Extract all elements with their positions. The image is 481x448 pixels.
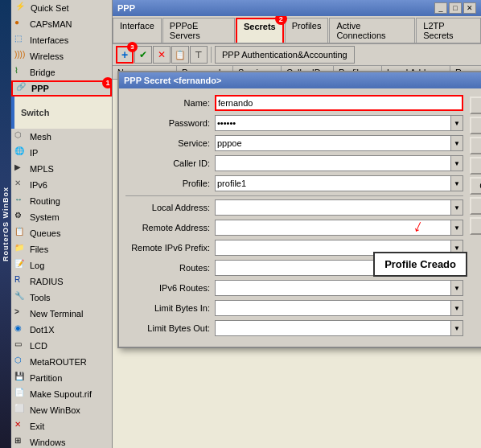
ipv6-routes-field-row: IPv6 Routes: ▼ xyxy=(125,280,463,296)
sidebar-item-bridge[interactable]: ⌇ Bridge xyxy=(11,64,112,80)
tab-l2tp-secrets[interactable]: L2TP Secrets xyxy=(416,18,481,43)
ipv6-routes-label: IPv6 Routes: xyxy=(125,283,210,293)
sidebar-item-mpls[interactable]: ▶ MPLS xyxy=(11,161,112,177)
ppp-minimize-btn[interactable]: _ xyxy=(434,2,447,14)
sidebar-item-log[interactable]: 📝 Log xyxy=(11,257,112,273)
quick-set-icon: ⚡ xyxy=(15,2,28,14)
caller-id-label: Caller ID: xyxy=(125,158,210,168)
disable-button[interactable]: Disable xyxy=(470,157,481,175)
password-toggle-btn[interactable]: ▼ xyxy=(450,115,463,131)
sidebar-item-capsman[interactable]: ● CAPsMAN xyxy=(11,16,112,32)
tab-interface[interactable]: Interface xyxy=(113,18,162,43)
profile-field-row: Profile: ▼ xyxy=(125,175,463,191)
caller-id-dropdown-btn[interactable]: ▼ xyxy=(450,155,463,171)
apply-button[interactable]: Apply xyxy=(470,137,481,154)
interfaces-icon: ⬚ xyxy=(14,34,27,47)
sidebar-item-ppp[interactable]: 🔗 PPP 1 xyxy=(11,80,112,97)
ppp-toolbar: + 3 ✔ ✕ 📋 ⊤ PPP Authentication&Accountin… xyxy=(113,44,481,66)
copy-button[interactable]: Copy xyxy=(470,197,481,215)
sidebar-item-tools[interactable]: 🔧 Tools xyxy=(11,290,112,306)
routes-label: Routes: xyxy=(125,263,210,273)
tooltip-box: Profile Creado xyxy=(373,252,467,277)
limit-bytes-out-label: Limit Bytes Out: xyxy=(125,323,210,333)
ppp-auth-button[interactable]: PPP Authentication&Accounting xyxy=(215,46,355,64)
ppp-titlebar: PPP _ □ ✕ xyxy=(113,0,481,16)
sidebar-item-mesh[interactable]: ⬡ Mesh xyxy=(11,129,112,145)
cancel-button[interactable]: Cancel xyxy=(470,117,481,134)
mesh-icon: ⬡ xyxy=(14,130,27,143)
sidebar-item-quick-set[interactable]: ⚡ Quick Set xyxy=(11,0,112,16)
local-address-field-row: Local Address: ▼ xyxy=(125,199,463,216)
sidebar-item-metarouter[interactable]: ⬡ MetaROUTER xyxy=(11,354,112,370)
sidebar-item-wireless[interactable]: )))) Wireless xyxy=(11,48,112,64)
queues-icon: 📋 xyxy=(14,227,27,240)
local-address-dropdown-btn[interactable]: ▼ xyxy=(450,199,463,216)
service-input[interactable] xyxy=(215,135,450,151)
secret-dialog: PPP Secret <fernando> _ □ ✕ Name: Passwo… xyxy=(117,71,481,348)
caller-id-input[interactable] xyxy=(215,155,450,171)
sidebar-item-ip[interactable]: 🌐 IP xyxy=(11,145,112,161)
sidebar-item-switch[interactable]: Switch xyxy=(11,97,112,129)
profile-input[interactable] xyxy=(215,175,450,191)
sidebar-item-new-winbox[interactable]: ⬜ New WinBox xyxy=(11,402,112,418)
profile-dropdown-btn[interactable]: ▼ xyxy=(450,175,463,191)
sidebar-item-ipv6[interactable]: ✕ IPv6 xyxy=(11,177,112,193)
service-field-row: Service: ▼ xyxy=(125,135,463,151)
sidebar-item-system[interactable]: ⚙ System xyxy=(11,209,112,225)
sidebar-item-dot1x[interactable]: ◉ Dot1X xyxy=(11,322,112,338)
tab-profiles[interactable]: Profiles xyxy=(285,18,329,43)
sidebar-item-interfaces[interactable]: ⬚ Interfaces xyxy=(11,32,112,48)
system-icon: ⚙ xyxy=(14,211,27,224)
sidebar-item-windows[interactable]: ⊞ Windows xyxy=(11,434,112,448)
lcd-icon: ▭ xyxy=(14,339,27,352)
routing-icon: ↔ xyxy=(14,195,27,208)
tab-pppoe-servers[interactable]: PPPoE Servers xyxy=(162,18,235,43)
sidebar-item-radius[interactable]: R RADIUS xyxy=(11,273,112,290)
password-input[interactable] xyxy=(215,115,450,131)
sidebar-item-lcd[interactable]: ▭ LCD xyxy=(11,338,112,354)
sidebar-item-partition[interactable]: 💾 Partition xyxy=(11,370,112,386)
ipv6-routes-dropdown-btn[interactable]: ▼ xyxy=(450,280,463,296)
windows-icon: ⊞ xyxy=(14,436,27,448)
exit-icon: ✕ xyxy=(14,420,27,433)
sidebar-item-queues[interactable]: 📋 Queues xyxy=(11,225,112,241)
tab-active-connections[interactable]: Active Connections xyxy=(329,18,415,43)
local-address-input[interactable] xyxy=(215,199,450,216)
sidebar-item-new-terminal[interactable]: > New Terminal xyxy=(11,306,112,322)
ipv6-routes-input[interactable] xyxy=(215,280,450,296)
limit-bytes-out-input[interactable] xyxy=(215,320,450,336)
sidebar-item-exit[interactable]: ✕ Exit xyxy=(11,418,112,434)
remote-address-label: Remote Address: xyxy=(125,223,210,232)
comment-button[interactable]: Comment xyxy=(470,177,481,195)
ppp-close-btn[interactable]: ✕ xyxy=(463,2,476,14)
partition-icon: 💾 xyxy=(14,372,27,384)
name-field-row: Name: xyxy=(125,95,463,111)
radius-icon: R xyxy=(14,275,27,288)
remote-address-dropdown-btn[interactable]: ▼ xyxy=(450,220,463,236)
service-label: Service: xyxy=(125,138,210,148)
sidebar-item-routing[interactable]: ↔ Routing xyxy=(11,193,112,209)
sidebar-item-files[interactable]: 📁 Files xyxy=(11,241,112,257)
ok-button[interactable]: OK xyxy=(470,97,481,114)
make-supout-icon: 📄 xyxy=(14,388,27,401)
name-input[interactable] xyxy=(215,95,463,111)
tab-secrets[interactable]: Secrets 2 xyxy=(236,18,284,43)
delete-button[interactable]: ✕ xyxy=(153,46,171,64)
ppp-maximize-btn[interactable]: □ xyxy=(449,2,462,14)
name-label: Name: xyxy=(125,98,210,108)
limit-bytes-in-dropdown-btn[interactable]: ▼ xyxy=(450,300,463,316)
properties-button[interactable]: 📋 xyxy=(171,46,189,64)
service-dropdown-btn[interactable]: ▼ xyxy=(450,135,463,151)
ip-icon: 🌐 xyxy=(14,146,27,159)
password-label: Password: xyxy=(125,118,210,128)
filter-button[interactable]: ⊤ xyxy=(190,46,208,64)
limit-bytes-out-dropdown-btn[interactable]: ▼ xyxy=(450,320,463,336)
ipv6-icon: ✕ xyxy=(14,179,27,191)
add-icon: + xyxy=(121,48,128,61)
limit-bytes-in-input[interactable] xyxy=(215,300,450,316)
local-address-label: Local Address: xyxy=(125,203,210,212)
add-button[interactable]: + 3 xyxy=(116,46,134,64)
remove-button[interactable]: Remove xyxy=(470,217,481,235)
mpls-icon: ▶ xyxy=(14,162,27,175)
sidebar-item-make-supout[interactable]: 📄 Make Supout.rif xyxy=(11,386,112,402)
